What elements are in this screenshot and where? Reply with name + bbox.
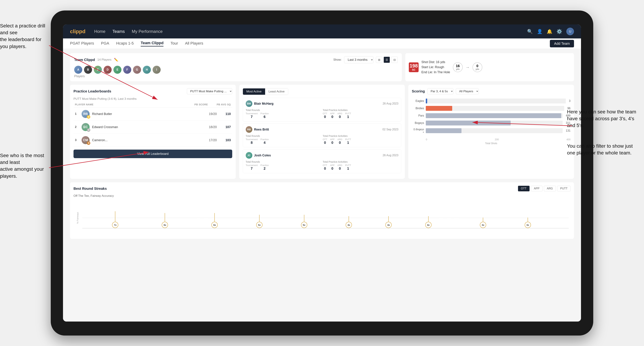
player-avatar-4[interactable]: D	[104, 66, 112, 74]
player-avatar-2[interactable]: B	[84, 66, 92, 74]
show-select[interactable]: Last 3 months	[344, 56, 374, 63]
ott-button[interactable]: OTT	[518, 186, 530, 191]
player-avatar-ec: EC ②	[82, 123, 90, 131]
scoring-panel-header: Scoring Par 3, 4 & 5s All Players	[412, 88, 570, 94]
subnav-all-players[interactable]: All Players	[185, 41, 203, 46]
subnav-hcaps[interactable]: Hcaps 1-5	[116, 41, 134, 46]
player-score-3: 17/20	[209, 138, 217, 142]
shot-dist: Shot Dist: 16 yds	[422, 60, 450, 65]
list-view-btn[interactable]: ☰	[384, 57, 390, 63]
subnav-tour[interactable]: Tour	[170, 41, 178, 46]
shot-badge-num: 198	[410, 63, 418, 68]
annotation-right: Here you can see how the team have score…	[567, 108, 637, 156]
add-team-button[interactable]: Add Team	[550, 40, 574, 47]
birdies-track	[426, 106, 564, 111]
nav-home[interactable]: Home	[94, 29, 105, 34]
user-icon[interactable]: 👤	[537, 29, 542, 34]
scoring-filter-par[interactable]: Par 3, 4 & 5s	[427, 88, 454, 94]
leaderboard-dropdown[interactable]: PUTT Must Make Putting ...	[187, 88, 232, 94]
activity-player-3-name: JC Josh Coles	[246, 152, 271, 159]
activity-player-2-header: RB Rees Britt 02 Sep 2023	[246, 126, 398, 133]
bar-row-bogeys: Bogeys 311	[412, 121, 570, 126]
activity-panel: Most Active Least Active BM Blair McHarg…	[239, 85, 405, 179]
upper-line	[82, 218, 569, 218]
tournament-stat-2: Tournament 8	[246, 138, 258, 145]
bar-row-birdies: Birdies 96	[412, 106, 570, 111]
shot-end-lie: End Lie: In The Hole	[422, 70, 450, 75]
shot-card: 198 SC Shot Dist: 16 yds Start Lie: Roug…	[405, 53, 574, 81]
settings-icon[interactable]: ⚙️	[556, 29, 562, 34]
pin-line-9	[483, 218, 483, 222]
grid-view-btn[interactable]: ⊞	[376, 57, 382, 63]
player-avatar-1[interactable]: A	[74, 66, 82, 74]
col-pb-avg: PB AVG SQ	[217, 103, 231, 106]
practice-stat-3: Practice 2	[260, 164, 268, 171]
brand-logo: clippd	[70, 28, 86, 34]
putt-stat-3: PUTT 1	[345, 164, 351, 171]
putt-stat-2: PUTT 1	[345, 138, 351, 145]
ipad-frame: clippd Home Teams My Performance 🔍 👤 🔔 ⚙…	[51, 10, 593, 336]
player-avatar-9[interactable]: I	[152, 66, 161, 74]
streak-pin-5: 5x	[301, 215, 307, 228]
main-content: Team Clippd 14 Players ✏️ Show: Last 3 m…	[63, 49, 581, 322]
rank-3: 3	[75, 138, 79, 142]
pin-line-2	[165, 213, 165, 222]
shot-info: Shot Dist: 16 yds Start Lie: Rough End L…	[422, 60, 450, 75]
activity-player-1-header: BM Blair McHarg 26 Aug 2023	[246, 100, 398, 107]
putt-button[interactable]: PUTT	[557, 186, 570, 191]
most-active-button[interactable]: Most Active	[243, 88, 265, 95]
scoring-panel: Scoring Par 3, 4 & 5s All Players Eagles	[408, 85, 574, 179]
pin-circle-6: 4x	[346, 222, 352, 228]
edit-icon[interactable]: ✏️	[114, 58, 118, 62]
team-count: 14 Players	[98, 58, 112, 61]
shot-badge: 198 SC	[409, 62, 418, 72]
player-name-2: Edward Crossman	[92, 125, 206, 129]
ott-stat-2: OTT 0	[323, 138, 327, 145]
medal-bronze: ③	[87, 141, 90, 145]
scoring-filter-players[interactable]: All Players	[456, 88, 479, 94]
player-avatar-3[interactable]: C	[94, 66, 102, 74]
compact-view-btn[interactable]: ⊟	[391, 57, 398, 63]
activity-stats-2: Total Rounds Tournament 8 Practice	[246, 135, 398, 145]
nav-teams[interactable]: Teams	[112, 29, 125, 34]
pin-line-5	[304, 215, 304, 222]
player-avatar-6[interactable]: F	[123, 66, 131, 74]
least-active-button[interactable]: Least Active	[265, 88, 288, 95]
streak-chart: % Fairways 7x 6x	[74, 200, 570, 235]
team-info-panel: Team Clippd 14 Players ✏️ Show: Last 3 m…	[70, 53, 402, 81]
eagles-label: Eagles	[412, 99, 424, 103]
medal-gold: ★	[87, 115, 90, 119]
player-avg-1: 110	[222, 112, 231, 116]
eagles-track	[426, 99, 566, 103]
activity-stats-3: Total Rounds Tournament 7 Practice	[246, 161, 398, 171]
streak-pin-3: 6x	[212, 213, 218, 228]
player-avatar-5[interactable]: E	[114, 66, 122, 74]
player-avatar-8[interactable]: H	[143, 66, 151, 74]
streak-pin-4: 5x	[256, 215, 262, 228]
streak-pin-10: 3x	[525, 218, 531, 228]
player-score-1: 19/20	[209, 112, 217, 116]
view-full-leaderboard-button[interactable]: View Full Leaderboard	[74, 150, 232, 158]
bell-icon[interactable]: 🔔	[547, 29, 552, 34]
arg-button[interactable]: ARG	[544, 186, 556, 191]
player-score-2: 18/20	[209, 125, 217, 129]
col-player-name: PLAYER NAME	[75, 103, 94, 106]
player-avatar-cm: CM ③	[82, 136, 90, 144]
subnav-pga[interactable]: PGA	[101, 41, 109, 46]
arg-stat-3: ARG 0	[338, 164, 342, 171]
avatar[interactable]: U	[566, 28, 574, 35]
streak-pin-9: 3x	[480, 218, 486, 228]
streaks-title: Best Round Streaks	[74, 187, 107, 191]
view-icons: ⊞ ☰ ⊟	[376, 57, 398, 63]
player-avatar-7[interactable]: G	[133, 66, 141, 74]
arg-stat-2: ARG 0	[338, 138, 342, 145]
subnav-team-clippd[interactable]: Team Clippd	[141, 41, 164, 46]
pin-circle-5: 5x	[301, 222, 307, 228]
pin-circle-9: 3x	[480, 222, 486, 228]
nav-my-performance[interactable]: My Performance	[132, 29, 162, 34]
subnav-pgat[interactable]: PGAT Players	[70, 41, 94, 46]
app-button[interactable]: APP	[531, 186, 542, 191]
search-icon[interactable]: 🔍	[527, 29, 533, 34]
player-name-3: Cameron...	[92, 138, 206, 142]
bar-row-dbogeys: D.Bogeys + 131	[412, 128, 570, 134]
